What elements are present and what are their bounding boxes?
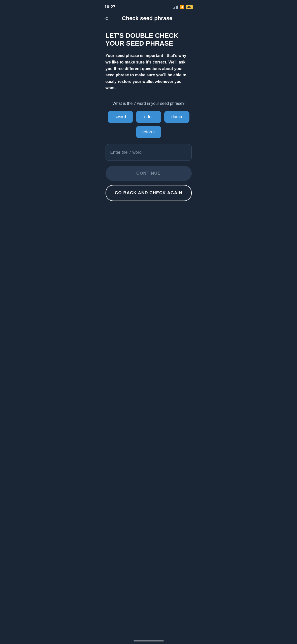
header: < Check seed phrase [100,13,198,27]
section-description: Your seed phrase is important - that's w… [106,52,192,91]
page-title: Check seed phrase [108,15,186,22]
status-time: 10:27 [105,5,115,10]
status-icons: 📶 46 [173,5,193,9]
word-option-odor[interactable]: odor [136,111,161,123]
word-option-sword[interactable]: sword [108,111,133,123]
continue-button[interactable]: CONTINUE [106,166,192,181]
status-bar: 10:27 📶 46 [100,0,198,13]
word-option-reform[interactable]: reform [136,126,161,138]
main-content: LET'S DOUBLE CHECK YOUR SEED PHRASE Your… [100,27,198,206]
section-title: LET'S DOUBLE CHECK YOUR SEED PHRASE [106,32,192,47]
wifi-icon: 📶 [180,5,184,9]
go-back-button[interactable]: GO BACK AND CHECK AGAIN [106,185,192,201]
battery-indicator: 46 [186,5,193,9]
signal-icon [173,6,178,9]
word-option-dumb[interactable]: dumb [164,111,189,123]
word-input[interactable] [106,144,192,161]
word-options-group: sword odor dumb reform [106,111,192,138]
back-button[interactable]: < [105,15,108,22]
question-text: What is the 7 word in your seed phrase? [106,101,192,106]
